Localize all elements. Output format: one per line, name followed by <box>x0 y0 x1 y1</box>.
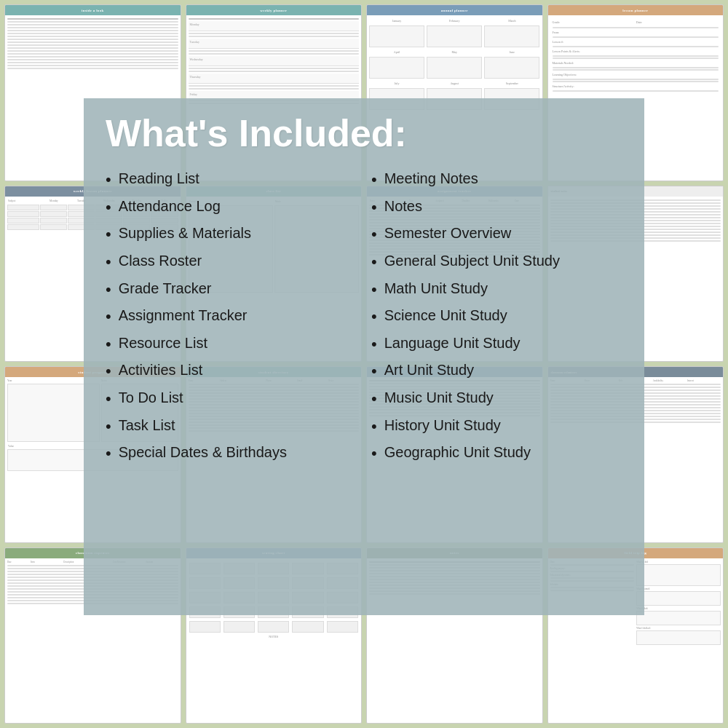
bullet-icon: • <box>371 197 377 218</box>
whats-included-overlay: What's Included: •Reading List•Attendanc… <box>84 98 644 615</box>
list-item: •Geographic Unit Study <box>371 443 622 464</box>
bullet-icon: • <box>106 306 111 328</box>
list-item: •Art Unit Study <box>371 360 622 382</box>
bullet-icon: • <box>371 443 377 464</box>
bullet-icon: • <box>106 389 111 410</box>
bullet-icon: • <box>106 224 111 245</box>
bullet-icon: • <box>106 252 111 273</box>
list-item: •Resource List <box>106 333 357 355</box>
doc-header-4: lesson planner <box>548 5 724 15</box>
bullet-icon: • <box>371 224 377 245</box>
left-column: •Reading List•Attendance Log•Supplies & … <box>106 169 357 593</box>
bullet-icon: • <box>371 416 377 438</box>
overlay-content: •Reading List•Attendance Log•Supplies & … <box>106 169 622 593</box>
list-item: •History Unit Study <box>371 416 622 438</box>
list-item: •Task List <box>106 416 357 438</box>
doc-header-2: weekly planner <box>186 5 362 15</box>
bullet-icon: • <box>371 170 377 191</box>
bullet-icon: • <box>371 361 377 382</box>
bullet-icon: • <box>106 443 111 464</box>
bullet-icon: • <box>106 361 111 382</box>
list-item: •Special Dates & Birthdays <box>106 443 357 464</box>
bullet-icon: • <box>106 280 111 301</box>
bullet-icon: • <box>371 389 377 410</box>
list-item: •Meeting Notes <box>371 169 622 191</box>
list-item: •Class Roster <box>106 251 357 273</box>
list-item: •Activities List <box>106 360 357 382</box>
bullet-icon: • <box>371 334 377 355</box>
list-item: •Science Unit Study <box>371 306 622 328</box>
list-item: •General Subject Unit Study <box>371 251 622 273</box>
list-item: •Math Unit Study <box>371 279 622 301</box>
bullet-icon: • <box>371 252 377 273</box>
list-item: •Assignment Tracker <box>106 306 357 328</box>
list-item: •Music Unit Study <box>371 388 622 410</box>
list-item: •Language Unit Study <box>371 333 622 355</box>
list-item: •Semester Overview <box>371 223 622 245</box>
list-item: •Attendance Log <box>106 197 357 218</box>
bullet-icon: • <box>106 416 111 438</box>
bullet-icon: • <box>106 334 111 355</box>
bullet-icon: • <box>106 197 111 218</box>
list-item: •Notes <box>371 197 622 218</box>
bullet-icon: • <box>106 170 111 191</box>
list-item: •Reading List <box>106 169 357 191</box>
list-item: •Supplies & Materials <box>106 223 357 245</box>
bullet-icon: • <box>371 306 377 328</box>
right-column: •Meeting Notes•Notes•Semester Overview•G… <box>371 169 622 593</box>
list-item: •Grade Tracker <box>106 279 357 301</box>
doc-header-3: annual planner <box>367 5 542 15</box>
doc-header-1: inside a look <box>5 5 181 15</box>
overlay-title: What's Included: <box>106 113 622 154</box>
bullet-icon: • <box>371 280 377 301</box>
list-item: •To Do List <box>106 388 357 410</box>
